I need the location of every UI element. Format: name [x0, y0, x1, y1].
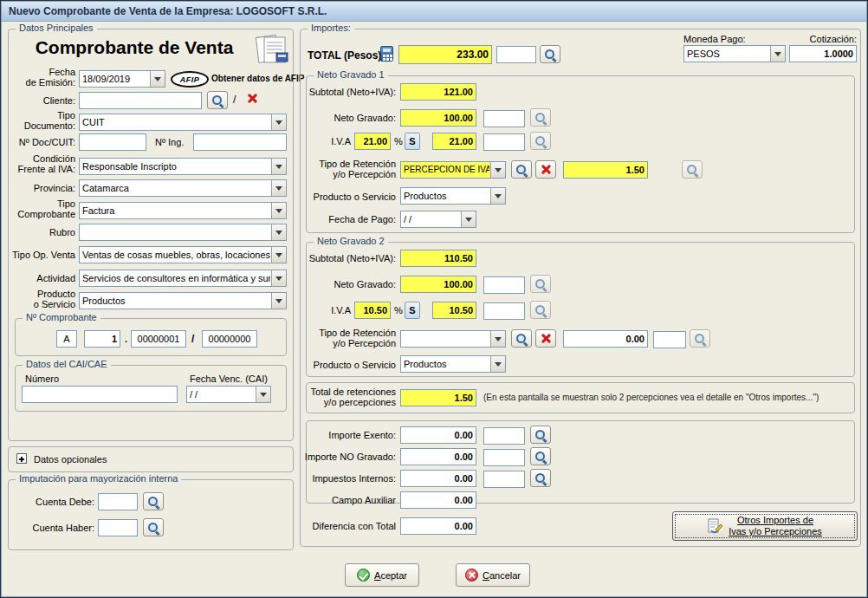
fecha-pago-picker[interactable]: / /	[400, 211, 476, 228]
producto1-select[interactable]: Productos	[400, 187, 506, 205]
check-icon	[357, 569, 370, 582]
total-field[interactable]: 233.00	[398, 45, 492, 64]
cliente-field[interactable]	[79, 92, 202, 109]
importe-no-gravado-search-button[interactable]	[530, 447, 551, 465]
importe-no-gravado-aux-field[interactable]	[483, 449, 525, 466]
neto1-search-button[interactable]	[530, 108, 551, 127]
diferencia-field[interactable]: 0.00	[400, 517, 476, 535]
chevron-down-icon[interactable]	[271, 270, 286, 286]
nro-doc-field[interactable]	[79, 133, 146, 151]
aceptar-button[interactable]: Aceptar	[345, 563, 419, 587]
retenciones-total-field[interactable]: 1.50	[400, 389, 476, 406]
calculator-icon[interactable]	[380, 46, 393, 62]
chevron-down-icon[interactable]	[271, 224, 286, 240]
iva1-search-button[interactable]	[530, 132, 551, 150]
comprobante-letra-field[interactable]: A	[56, 330, 77, 348]
cuenta-haber-field[interactable]	[98, 519, 138, 536]
tipo-comprobante-select[interactable]: Factura	[79, 202, 287, 219]
otros-importes-button[interactable]: Otros Importes de Ivas y/o Percepciones	[672, 511, 858, 541]
retencion2-search-button-2[interactable]	[690, 329, 710, 348]
chevron-down-icon[interactable]	[490, 188, 505, 204]
chevron-down-icon[interactable]	[490, 162, 505, 178]
chevron-down-icon[interactable]	[271, 247, 286, 263]
neto2-aux-field[interactable]	[483, 276, 525, 294]
iva2-field[interactable]: 10.50	[432, 302, 476, 319]
importe-exento-field[interactable]: 0.00	[400, 426, 476, 444]
importe-exento-search-button[interactable]	[530, 426, 551, 444]
iva2-rate-field[interactable]: 10.50	[354, 302, 391, 319]
provincia-select[interactable]: Catamarca	[79, 179, 287, 197]
nro-ing-field[interactable]	[193, 133, 287, 151]
cuenta-debe-search-button[interactable]	[143, 492, 164, 510]
cai-fecha-picker[interactable]: / /	[186, 386, 271, 403]
producto-servicio-select[interactable]: Productos	[79, 292, 287, 309]
chevron-down-icon[interactable]	[490, 331, 505, 347]
retencion1-valor-field[interactable]: 1.50	[563, 161, 648, 179]
tipo-comprobante-value: Factura	[82, 203, 270, 218]
comprobante-punto-venta-field[interactable]: 1	[84, 330, 120, 348]
neto2-field[interactable]: 100.00	[400, 276, 476, 293]
cuenta-haber-search-button[interactable]	[143, 518, 164, 536]
retencion2-aux-field[interactable]	[653, 331, 686, 348]
datos-opcionales-label[interactable]: Datos opcionales	[34, 454, 107, 465]
condicion-iva-select[interactable]: Responsable Inscripto	[79, 158, 287, 175]
chevron-down-icon[interactable]	[271, 293, 286, 309]
chevron-down-icon[interactable]	[256, 387, 270, 402]
importe-no-gravado-field[interactable]: 0.00	[400, 448, 476, 465]
retencion2-valor-field[interactable]: 0.00	[563, 330, 648, 348]
retencion1-clear-button[interactable]	[535, 160, 556, 179]
impuestos-internos-field[interactable]: 0.00	[400, 470, 476, 487]
cuenta-debe-field[interactable]	[98, 493, 138, 510]
cliente-search-button[interactable]	[207, 91, 228, 109]
fecha-emision-picker[interactable]: 18/09/2019	[79, 70, 165, 88]
subtotal1-field[interactable]: 121.00	[400, 83, 476, 101]
afip-button[interactable]: AFIP	[171, 71, 209, 88]
comprobante-numero2-field[interactable]: 00000000	[202, 330, 257, 348]
retencion1-select[interactable]: PERCEPCION DE IVA	[400, 161, 506, 179]
chevron-down-icon[interactable]	[271, 159, 286, 174]
chevron-down-icon[interactable]	[271, 114, 286, 130]
impuestos-internos-aux-field[interactable]	[483, 471, 525, 488]
total-aux-field[interactable]	[496, 46, 536, 63]
iva1-aux-field[interactable]	[483, 133, 525, 151]
impuestos-internos-search-button[interactable]	[530, 469, 551, 487]
total-search-button[interactable]	[540, 45, 560, 63]
iva2-s-button[interactable]: S	[405, 302, 420, 319]
chevron-down-icon[interactable]	[490, 356, 505, 372]
chevron-down-icon[interactable]	[271, 203, 286, 218]
iva2-aux-field[interactable]	[483, 302, 525, 320]
rubro-select[interactable]	[79, 224, 287, 241]
actividad-select[interactable]: Servicios de consultores en informática …	[79, 270, 287, 287]
retencion2-clear-button[interactable]	[535, 329, 556, 348]
iva2-percent: %	[394, 305, 403, 315]
expand-plus-icon[interactable]	[16, 453, 27, 464]
iva2-search-button[interactable]	[530, 301, 551, 319]
neto1-field[interactable]: 100.00	[400, 109, 476, 127]
chevron-down-icon[interactable]	[461, 211, 476, 227]
producto2-select[interactable]: Productos	[400, 355, 506, 373]
neto2-search-button[interactable]	[530, 275, 551, 293]
retencion1-search-button[interactable]	[511, 160, 532, 179]
moneda-pago-select[interactable]: PESOS	[683, 45, 786, 62]
comprobante-numero-field[interactable]: 00000001	[131, 330, 186, 348]
neto1-aux-field[interactable]	[483, 110, 525, 127]
cotizacion-field[interactable]: 1.0000	[789, 45, 857, 62]
subtotal2-field[interactable]: 110.50	[400, 250, 476, 267]
tipo-op-venta-select[interactable]: Ventas de cosas muebles, obras, locacion…	[79, 246, 287, 263]
retencion2-search-button[interactable]	[511, 329, 532, 348]
iva1-field[interactable]: 21.00	[432, 133, 476, 150]
chevron-down-icon[interactable]	[271, 180, 286, 196]
chevron-down-icon[interactable]	[770, 46, 785, 62]
cancelar-button[interactable]: Cancelar	[456, 563, 530, 587]
campo-auxiliar-field[interactable]: 0.00	[400, 491, 476, 509]
iva1-rate-field[interactable]: 21.00	[354, 133, 391, 150]
cliente-clear-icon[interactable]	[247, 93, 258, 104]
retencion2-select[interactable]	[400, 330, 506, 348]
importe-exento-aux-field[interactable]	[483, 427, 525, 445]
retencion1-search-button-2[interactable]	[682, 160, 703, 179]
iva1-s-button[interactable]: S	[405, 133, 420, 150]
condicion-iva-label-2: Frente al IVA:	[4, 164, 75, 174]
tipo-documento-select[interactable]: CUIT	[79, 114, 287, 131]
chevron-down-icon[interactable]	[150, 71, 165, 87]
cai-numero-field[interactable]	[22, 386, 178, 403]
